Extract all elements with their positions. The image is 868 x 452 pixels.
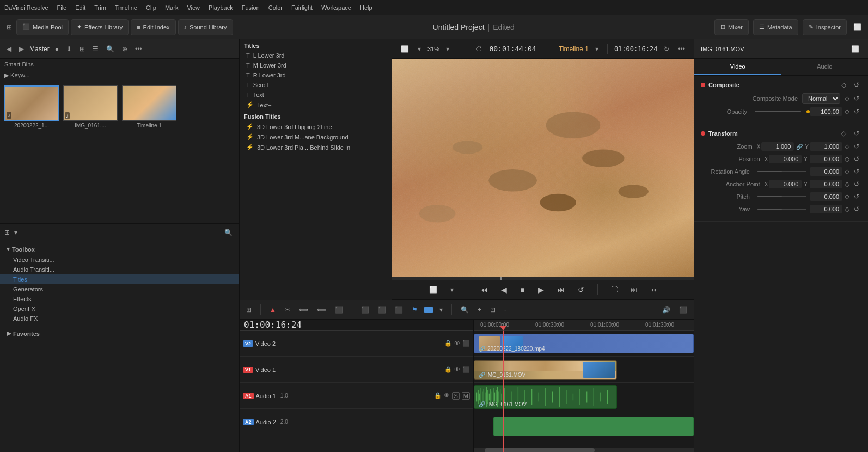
pitch-diamond-icon[interactable]: ◇ [842,192,852,201]
a1-clip-block[interactable]: 🔗 IMG_0161.MOV [474,385,617,409]
timeline-scrollbar-thumb[interactable] [485,448,595,452]
menu-item-view[interactable]: View [187,4,200,11]
rotation-diamond-icon[interactable]: ◇ [842,167,852,176]
color-chevron-icon[interactable]: ▾ [437,305,445,315]
skip-forward-icon[interactable]: ⏭ [628,285,639,295]
skip-back-icon[interactable]: ⏮ [648,285,659,295]
audio-mute-icon[interactable]: 🔊 [660,305,673,315]
composite-mode-select[interactable]: Normal [802,93,840,104]
pitch-value[interactable]: 0.000 [810,192,842,201]
skip-to-end-icon[interactable]: ⏭ [555,284,567,295]
cursor-icon[interactable]: ▲ [267,305,278,315]
media-item-1[interactable]: ♪ 20200222_1... [4,85,59,219]
composite-diamond-icon[interactable]: ◇ [839,80,848,90]
dynamic-trim-icon[interactable]: ⟸ [315,305,328,315]
track-menu-icon[interactable]: ⬛ [376,305,388,315]
trim-icon[interactable]: ⟺ [297,305,310,315]
rotation-slider[interactable] [757,171,806,172]
clip-menu-icon[interactable]: ⬛ [359,305,371,315]
timeline-menu-icon[interactable]: ⬛ [393,305,405,315]
media-item-2[interactable]: ♪ IMG_0161.... [63,85,118,219]
anchor-diamond-icon[interactable]: ◇ [842,179,852,189]
v1-lock-icon[interactable]: 🔒 [444,366,452,373]
color-btn[interactable] [424,307,433,313]
video-transitions-item[interactable]: Video Transiti... [0,255,239,265]
media-thumb-1[interactable]: ♪ [4,85,59,121]
rotation-reset-icon[interactable]: ↺ [852,167,861,176]
media-thumb-3[interactable] [122,85,176,121]
rotation-value[interactable]: 0.000 [810,167,842,176]
menu-item-davinci-resolve[interactable]: DaVinci Resolve [4,4,48,11]
panel-chevron-icon[interactable]: ▾ [12,228,20,237]
media-pool-button[interactable]: ⬛ Media Pool [16,19,69,35]
anchor-y-value[interactable]: 0.000 [810,180,842,188]
yaw-slider[interactable] [757,209,806,210]
v1-clip-icon[interactable]: ⬛ [462,366,470,373]
play-icon[interactable]: ▶ [536,284,546,295]
mixer-button[interactable]: ⊞ Mixer [714,19,749,35]
text-plus-item[interactable]: ⚡ Text+ [240,100,392,110]
position-x-value[interactable]: 0.000 [769,155,802,163]
zoom-in-icon[interactable]: + [475,305,484,315]
skip-to-start-icon[interactable]: ⏮ [478,284,490,295]
v2-clip-block[interactable]: 🔗 20200222_180220.mp4 [474,334,694,353]
prev-frame-icon[interactable]: ◀ [499,284,509,295]
menu-item-mark[interactable]: Mark [165,4,178,11]
a1-s-icon[interactable]: S [452,392,459,400]
anchor-x-value[interactable]: 0.000 [769,180,802,188]
media-item-3[interactable]: Timeline 1 [122,85,176,219]
insert-icon[interactable]: ⬛ [333,305,345,315]
zoom-diamond-icon[interactable]: ◇ [842,142,852,151]
zoom-x-value[interactable]: 1.000 [761,142,794,151]
a1-m-icon[interactable]: M [462,392,470,400]
fusion-item-1[interactable]: ⚡ 3D Lower 3rd Flipping 2Line [240,121,392,132]
v2-lock-icon[interactable]: 🔒 [444,340,452,347]
zoom-y-value[interactable]: 1.000 [810,142,842,151]
effects-library-button[interactable]: ✦ Effects Library [71,19,129,35]
smart-bins[interactable]: Smart Bins [0,59,239,70]
timeline-chevron-icon[interactable]: ▾ [593,44,601,54]
keywords[interactable]: ▶ Keyw... [0,70,239,81]
menu-item-clip[interactable]: Clip [146,4,156,11]
panel-back-icon[interactable]: ◀ [4,44,14,54]
menu-item-edit[interactable]: Edit [75,4,85,11]
toolbox-title[interactable]: ▾ Toolbox [0,243,239,255]
composite-mode-reset-icon[interactable]: ↺ [852,94,861,103]
menu-item-playback[interactable]: Playback [209,4,233,11]
opacity-diamond-icon[interactable]: ◇ [842,107,852,117]
yaw-value[interactable]: 0.000 [810,205,842,213]
zoom-icon[interactable]: ⊕ [120,44,130,54]
openfx-item[interactable]: OpenFX [0,304,239,314]
viewer-expand-icon[interactable]: ⬜ [427,285,439,295]
m-lower-3rd-item[interactable]: T M Lower 3rd [240,60,392,70]
composite-mode-diamond-icon[interactable]: ◇ [842,94,852,103]
a1-eye-icon[interactable]: 👁 [444,392,450,400]
expand-icon[interactable]: ⬜ [851,22,864,32]
stop-icon[interactable]: ■ [518,284,527,295]
inspector-button[interactable]: ✎ Inspector [803,19,847,35]
v1-eye-icon[interactable]: 👁 [454,366,460,373]
composite-reset-icon[interactable]: ↺ [852,80,861,90]
list-view-icon[interactable]: ☰ [90,44,101,54]
timeline-scrollbar[interactable] [474,448,694,452]
a1-lock-icon[interactable]: 🔒 [434,392,442,400]
yaw-diamond-icon[interactable]: ◇ [842,204,852,214]
zoom-link-icon[interactable]: 🔗 [796,144,803,150]
viewer-layout-icon[interactable]: ⬜ [399,44,411,54]
menu-item-trim[interactable]: Trim [94,4,106,11]
r-lower-3rd-item[interactable]: T R Lower 3rd [240,70,392,80]
timeline-view-icon[interactable]: ⊞ [244,305,254,315]
zoom-fit-icon[interactable]: ⊡ [488,305,498,315]
yaw-reset-icon[interactable]: ↺ [852,204,861,214]
position-diamond-icon[interactable]: ◇ [842,154,852,164]
audiofx-item[interactable]: Audio FX [0,314,239,323]
l-lower-3rd-item[interactable]: T L Lower 3rd [240,51,392,60]
flag-icon[interactable]: ⚑ [409,305,420,315]
fusion-item-3[interactable]: ⚡ 3D Lower 3rd Pla... Behind Slide In [240,142,392,152]
search-icon[interactable]: 🔍 [104,44,117,54]
audio-transitions-item[interactable]: Audio Transiti... [0,265,239,274]
opacity-slider[interactable] [755,111,801,112]
workspace-icon[interactable]: ⊞ [4,22,14,32]
menu-item-fairlight[interactable]: Fairlight [291,4,313,11]
sound-library-button[interactable]: ♪ Sound Library [178,19,233,35]
